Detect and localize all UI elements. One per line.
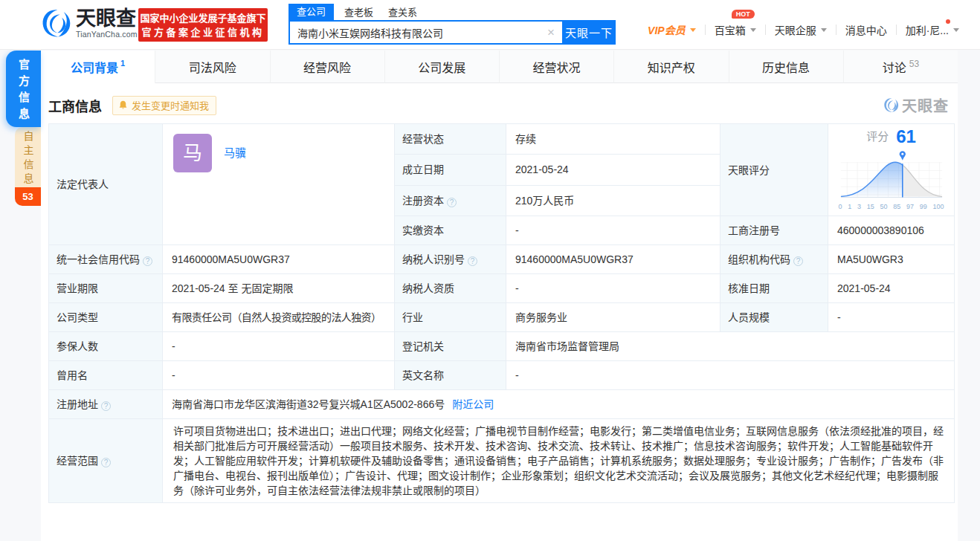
help-icon[interactable]: ? bbox=[101, 401, 111, 411]
chevron-down-icon bbox=[821, 28, 827, 32]
score-bell-chart bbox=[836, 146, 947, 201]
main-panel: 公司背景1 司法风险 经营风险 公司发展 经营状况 知识产权 历史信息 讨论53… bbox=[41, 51, 958, 541]
field-label-org-code: 组织机构代码? bbox=[721, 245, 828, 274]
search-input[interactable] bbox=[290, 27, 535, 39]
help-icon[interactable]: ? bbox=[468, 256, 477, 266]
logo-subtitle: TianYanCha.com bbox=[76, 30, 138, 39]
business-info-table: 法定代表人 马 马骥 经营状态 存续 天眼评分 评分61 bbox=[48, 123, 955, 503]
menu-vip[interactable]: VIP会员 bbox=[648, 22, 696, 37]
field-label-former-name: 曾用名 bbox=[49, 361, 163, 390]
tianyancha-eye-icon bbox=[883, 97, 899, 113]
sidebar-tab-self-info[interactable]: 自主信息 bbox=[15, 127, 41, 187]
field-value-staff-size: - bbox=[828, 303, 955, 332]
field-label-taxpayer-quality: 纳税人资质 bbox=[395, 274, 506, 303]
field-label-company-type: 公司类型 bbox=[49, 303, 163, 332]
tab-operational-risk[interactable]: 经营风险 bbox=[271, 51, 385, 83]
field-value-insured-count: - bbox=[163, 332, 395, 361]
help-icon[interactable]: ? bbox=[101, 458, 111, 467]
notification-dot bbox=[946, 19, 950, 24]
help-icon[interactable]: ? bbox=[143, 256, 152, 266]
field-value-paid-capital: - bbox=[506, 216, 721, 245]
chevron-down-icon bbox=[750, 28, 756, 32]
field-value-english-name: - bbox=[506, 361, 955, 390]
chevron-down-icon bbox=[690, 28, 696, 32]
gov-certification-badge: 国家中小企业发展子基金旗下 官方备案企业征信机构 bbox=[138, 8, 268, 42]
field-value-business-status: 存续 bbox=[506, 124, 721, 155]
field-value-business-scope: 许可项目货物进出口；技术进出口；进出口代理；网络文化经营；广播电视节目制作经营；… bbox=[163, 419, 955, 503]
field-label-business-term: 营业期限 bbox=[49, 274, 163, 303]
field-value-reg-capital: 210万人民币 bbox=[506, 185, 721, 216]
tab-company-development[interactable]: 公司发展 bbox=[385, 51, 500, 83]
menu-toolbox[interactable]: HOT百宝箱 bbox=[715, 22, 756, 37]
score-value: 61 bbox=[896, 129, 916, 144]
field-value-approval-date: 2021-05-24 bbox=[828, 274, 955, 303]
score-prefix: 评分 bbox=[866, 129, 889, 144]
tianyancha-watermark: 天眼查 bbox=[883, 94, 949, 116]
section-title: 工商信息 bbox=[48, 96, 102, 115]
field-value-credit-code: 91460000MA5U0WGR37 bbox=[163, 245, 395, 274]
search-area: 查公司 查老板 查关系 × 天眼一下 bbox=[288, 4, 616, 45]
legal-rep-avatar[interactable]: 马 bbox=[173, 134, 212, 172]
top-menu: VIP会员 HOT百宝箱 天眼企服 消息中心 加利·尼... bbox=[648, 22, 959, 37]
field-label-legal-rep: 法定代表人 bbox=[49, 124, 163, 245]
field-value-org-code: MA5U0WGR3 bbox=[828, 245, 955, 274]
menu-message-center[interactable]: 消息中心 bbox=[845, 22, 887, 37]
tab-discussion[interactable]: 讨论53 bbox=[844, 51, 958, 83]
field-value-reg-number: 460000003890106 bbox=[828, 216, 955, 245]
tianyancha-eye-icon bbox=[41, 8, 71, 39]
field-label-registry: 登记机关 bbox=[395, 332, 506, 361]
legal-rep-name-link[interactable]: 马骥 bbox=[224, 134, 246, 172]
score-axis: 0131550859799100 bbox=[839, 199, 944, 214]
field-label-approval-date: 核准日期 bbox=[721, 274, 828, 303]
field-label-address: 注册地址? bbox=[49, 390, 163, 419]
notify-on-change-button[interactable]: 发生变更时通知我 bbox=[112, 96, 216, 115]
field-value-established: 2021-05-24 bbox=[506, 155, 721, 185]
field-label-reg-number: 工商注册号 bbox=[721, 216, 828, 245]
tianyancha-logo[interactable]: 天眼查 TianYanCha.com bbox=[41, 8, 138, 39]
field-label-taxpayer-id: 纳税人识别号? bbox=[395, 245, 506, 274]
field-label-tyc-score: 天眼评分 bbox=[721, 124, 828, 216]
search-tab-company[interactable]: 查公司 bbox=[288, 4, 334, 20]
search-button[interactable]: 天眼一下 bbox=[562, 20, 616, 45]
field-value-taxpayer-quality: - bbox=[506, 274, 721, 303]
help-icon[interactable]: ? bbox=[447, 198, 457, 207]
field-label-insured-count: 参保人数 bbox=[49, 332, 163, 361]
field-label-business-status: 经营状态 bbox=[395, 124, 506, 155]
field-label-paid-capital: 实缴资本 bbox=[395, 216, 506, 245]
field-value-registry: 海南省市场监督管理局 bbox=[506, 332, 955, 361]
tab-judicial-risk[interactable]: 司法风险 bbox=[155, 51, 270, 83]
menu-user[interactable]: 加利·尼... bbox=[906, 22, 959, 37]
field-label-industry: 行业 bbox=[395, 303, 506, 332]
sidebar-tab-official-info[interactable]: 官方信息 bbox=[6, 51, 41, 127]
field-value-business-term: 2021-05-24 至 无固定期限 bbox=[163, 274, 395, 303]
legal-rep-cell: 马 马骥 bbox=[163, 124, 395, 245]
field-label-reg-capital: 注册资本? bbox=[395, 185, 506, 216]
field-label-english-name: 英文名称 bbox=[395, 361, 506, 390]
hot-badge: HOT bbox=[732, 10, 755, 19]
tab-history-info[interactable]: 历史信息 bbox=[729, 51, 844, 83]
field-value-taxpayer-id: 91460000MA5U0WGR37 bbox=[506, 245, 721, 274]
tab-business-status[interactable]: 经营状况 bbox=[500, 51, 614, 83]
chevron-down-icon bbox=[953, 28, 959, 32]
field-value-industry: 商务服务业 bbox=[506, 303, 721, 332]
field-label-established: 成立日期 bbox=[395, 155, 506, 185]
search-tab-boss[interactable]: 查老板 bbox=[344, 5, 373, 20]
tab-intellectual-property[interactable]: 知识产权 bbox=[614, 51, 729, 83]
company-nav-tabs: 公司背景1 司法风险 经营风险 公司发展 经营状况 知识产权 历史信息 讨论53 bbox=[41, 51, 958, 83]
logo-title: 天眼查 bbox=[76, 8, 138, 30]
sidebar-self-info-count[interactable]: 53 bbox=[15, 187, 41, 206]
search-tab-relation[interactable]: 查关系 bbox=[388, 5, 417, 20]
menu-enterprise-service[interactable]: 天眼企服 bbox=[775, 22, 827, 37]
gov-badge-line2: 官方备案企业征信机构 bbox=[138, 25, 268, 39]
top-header: 天眼查 TianYanCha.com 国家中小企业发展子基金旗下 官方备案企业征… bbox=[0, 0, 980, 50]
field-value-company-type: 有限责任公司（自然人投资或控股的法人独资） bbox=[163, 303, 395, 332]
field-label-business-scope: 经营范围? bbox=[49, 419, 163, 503]
field-value-former-name: - bbox=[163, 361, 395, 390]
tab-company-background[interactable]: 公司背景1 bbox=[41, 51, 155, 83]
nearby-companies-link[interactable]: 附近公司 bbox=[452, 398, 494, 410]
tyc-score-cell[interactable]: 评分61 bbox=[828, 124, 955, 216]
help-icon[interactable]: ? bbox=[793, 256, 803, 266]
gov-badge-line1: 国家中小企业发展子基金旗下 bbox=[138, 11, 268, 25]
clear-search-icon[interactable]: × bbox=[547, 25, 555, 40]
field-label-staff-size: 人员规模 bbox=[721, 303, 828, 332]
